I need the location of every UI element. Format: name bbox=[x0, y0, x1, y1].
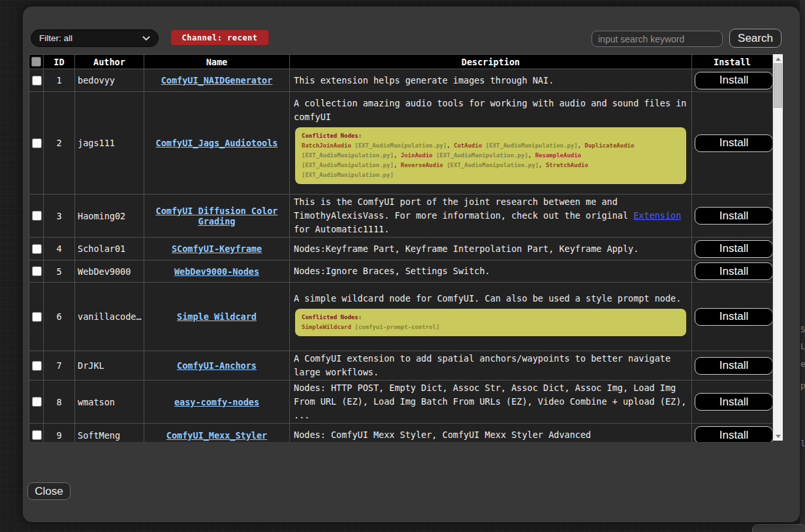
row-description: This extension helps generate images thr… bbox=[290, 69, 692, 92]
conflicted-nodes-title: Conflicted Nodes: bbox=[302, 131, 680, 141]
row-checkbox-cell bbox=[29, 424, 44, 443]
external-extension-link[interactable]: Extension bbox=[633, 210, 681, 221]
install-button[interactable]: Install bbox=[695, 72, 773, 89]
row-checkbox[interactable] bbox=[32, 138, 42, 148]
description-text: Nodes:Keyframe Part, Keyframe Interpolat… bbox=[294, 242, 687, 256]
row-description: Nodes:Ignore Braces, Settings Switch. bbox=[290, 260, 692, 283]
conflicted-node-name: SimpleWildcard bbox=[302, 324, 351, 330]
row-checkbox[interactable] bbox=[32, 266, 42, 276]
row-install-cell: Install bbox=[692, 238, 773, 260]
table-row: 6vanillacode…Simple WildcardA simple wil… bbox=[29, 283, 773, 351]
search-input[interactable] bbox=[592, 31, 723, 47]
conflicted-node-name: StretchAudio bbox=[546, 162, 588, 168]
install-button[interactable]: Install bbox=[695, 207, 773, 225]
row-name-cell: ComfyUI_Jags_Audiotools bbox=[144, 92, 290, 195]
conflicted-node-source: [comfyui-prompt-control] bbox=[351, 324, 439, 330]
row-checkbox-cell bbox=[29, 351, 44, 381]
row-description: A ComfyUI extension to add spatial ancho… bbox=[290, 351, 692, 381]
extension-name-link[interactable]: ComfyUI Diffusion Color Grading bbox=[156, 206, 278, 227]
row-install-cell: Install bbox=[692, 260, 773, 283]
row-name-cell: easy-comfy-nodes bbox=[144, 381, 290, 424]
scrollbar-down-arrow-icon[interactable] bbox=[773, 431, 783, 441]
conflicted-node-name: DuplicateAudio bbox=[585, 142, 635, 149]
row-checkbox[interactable] bbox=[32, 244, 42, 254]
row-description: Nodes: ComfyUI Mexx Styler, ComfyUI Mexx… bbox=[290, 424, 692, 443]
row-id: 7 bbox=[44, 351, 75, 381]
install-button[interactable]: Install bbox=[695, 308, 773, 326]
row-checkbox[interactable] bbox=[32, 211, 42, 221]
background-partial-button bbox=[752, 524, 805, 532]
search-button[interactable]: Search bbox=[729, 29, 781, 48]
extension-name-link[interactable]: WebDev9000-Nodes bbox=[174, 266, 259, 277]
row-checkbox[interactable] bbox=[32, 397, 42, 407]
conflicted-node-source: [EXT_AudioManipulation.py] bbox=[443, 162, 539, 168]
header-install: Install bbox=[692, 55, 773, 69]
chevron-down-icon bbox=[142, 36, 150, 41]
extension-name-link[interactable]: ComfyUI-Anchors bbox=[177, 360, 257, 371]
description-text: Nodes: HTTP POST, Empty Dict, Assoc Str,… bbox=[294, 381, 687, 422]
close-button[interactable]: Close bbox=[27, 482, 71, 500]
background-edge-strip bbox=[800, 0, 805, 532]
conflicted-node-name: JoinAudio bbox=[401, 152, 433, 159]
table-scrollbar[interactable] bbox=[773, 54, 783, 441]
filter-dropdown[interactable]: Filter: all bbox=[31, 29, 159, 47]
row-description: Nodes:Keyframe Part, Keyframe Interpolat… bbox=[290, 238, 692, 260]
row-id: 5 bbox=[44, 260, 75, 283]
row-author: bedovyy bbox=[75, 69, 144, 92]
install-button[interactable]: Install bbox=[695, 134, 773, 152]
extension-name-link[interactable]: Simple Wildcard bbox=[177, 311, 257, 322]
row-description: A simple wildcard node for ComfyUI. Can … bbox=[290, 283, 692, 351]
header-name: Name bbox=[144, 55, 290, 69]
description-text: A ComfyUI extension to add spatial ancho… bbox=[294, 352, 687, 379]
row-id: 3 bbox=[44, 195, 75, 238]
row-id: 9 bbox=[44, 424, 75, 443]
conflicted-node-source: [EXT_AudioManipulation.py] bbox=[433, 152, 528, 159]
extension-name-link[interactable]: easy-comfy-nodes bbox=[174, 397, 259, 407]
description-text: Nodes: ComfyUI Mexx Styler, ComfyUI Mexx… bbox=[294, 428, 687, 442]
table-row: 7DrJKLComfyUI-AnchorsA ComfyUI extension… bbox=[29, 351, 773, 381]
row-name-cell: SComfyUI-Keyframe bbox=[144, 238, 290, 260]
row-name-cell: Simple Wildcard bbox=[144, 283, 290, 351]
background-text-fragment: p bbox=[800, 381, 805, 390]
extension-name-link[interactable]: ComfyUI_Jags_Audiotools bbox=[156, 138, 278, 148]
row-author: jags111 bbox=[75, 92, 144, 195]
row-checkbox[interactable] bbox=[32, 312, 42, 322]
row-checkbox[interactable] bbox=[32, 361, 42, 371]
install-button[interactable]: Install bbox=[695, 262, 773, 280]
row-id: 4 bbox=[44, 238, 75, 260]
extension-name-link[interactable]: SComfyUI-Keyframe bbox=[172, 243, 262, 254]
extension-name-link[interactable]: ComfyUI_NAIDGenerator bbox=[161, 75, 273, 86]
row-checkbox-cell bbox=[29, 69, 44, 92]
install-button[interactable]: Install bbox=[695, 240, 773, 258]
conflicted-node-name: BatchJoinAudio bbox=[302, 142, 351, 149]
conflicted-node-name: CutAudio bbox=[454, 142, 482, 149]
row-id: 8 bbox=[44, 381, 75, 424]
row-id: 6 bbox=[44, 283, 75, 351]
scrollbar-up-arrow-icon[interactable] bbox=[773, 54, 783, 63]
row-install-cell: Install bbox=[692, 92, 773, 195]
select-all-checkbox[interactable] bbox=[31, 57, 41, 67]
description-text: This extension helps generate images thr… bbox=[294, 74, 687, 87]
row-checkbox-cell bbox=[29, 92, 44, 195]
install-button[interactable]: Install bbox=[695, 393, 773, 411]
row-checkbox[interactable] bbox=[32, 76, 42, 86]
header-id: ID bbox=[44, 55, 75, 69]
conflicted-nodes-box: Conflicted Nodes:SimpleWildcard [comfyui… bbox=[295, 309, 686, 336]
row-author: Haoming02 bbox=[75, 195, 144, 238]
row-checkbox-cell bbox=[29, 283, 44, 351]
table-row: 4Scholar01SComfyUI-KeyframeNodes:Keyfram… bbox=[29, 238, 773, 260]
row-checkbox[interactable] bbox=[32, 430, 42, 440]
extension-name-link[interactable]: ComfyUI_Mexx_Styler bbox=[166, 430, 267, 441]
install-button[interactable]: Install bbox=[695, 357, 773, 375]
install-button[interactable]: Install bbox=[695, 426, 773, 442]
table-row: 3Haoming02ComfyUI Diffusion Color Gradin… bbox=[29, 195, 773, 238]
row-author: wmatson bbox=[75, 381, 144, 424]
row-name-cell: ComfyUI_NAIDGenerator bbox=[144, 69, 290, 92]
scrollbar-thumb[interactable] bbox=[774, 63, 782, 108]
conflicted-node-name: ReverseAudio bbox=[401, 162, 443, 168]
row-checkbox-cell bbox=[29, 195, 44, 238]
background-text-fragment: l bbox=[800, 439, 805, 448]
conflicted-node-source: [EXT_AudioManipulation.py] bbox=[351, 142, 447, 149]
header-description: Description bbox=[290, 55, 692, 69]
description-text: A simple wildcard node for ComfyUI. Can … bbox=[294, 292, 687, 305]
